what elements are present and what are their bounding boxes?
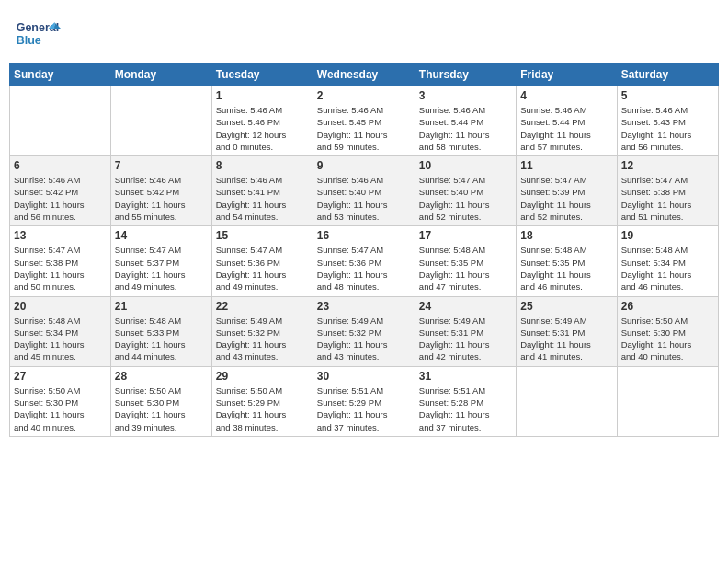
calendar-cell: 22Sunrise: 5:49 AM Sunset: 5:32 PM Dayli…: [211, 296, 313, 366]
page-header: General Blue: [9, 9, 719, 57]
calendar-cell: 14Sunrise: 5:47 AM Sunset: 5:37 PM Dayli…: [110, 226, 211, 296]
day-number: 28: [115, 370, 208, 383]
day-info: Sunrise: 5:51 AM Sunset: 5:28 PM Dayligh…: [419, 385, 512, 433]
weekday-header: Saturday: [617, 63, 718, 86]
day-info: Sunrise: 5:46 AM Sunset: 5:40 PM Dayligh…: [317, 174, 411, 223]
day-number: 26: [621, 300, 714, 313]
day-number: 5: [621, 89, 714, 102]
day-info: Sunrise: 5:47 AM Sunset: 5:36 PM Dayligh…: [317, 244, 411, 293]
weekday-header: Friday: [517, 63, 617, 86]
day-number: 11: [520, 159, 612, 172]
calendar-cell: 28Sunrise: 5:50 AM Sunset: 5:30 PM Dayli…: [110, 366, 211, 436]
day-number: 20: [14, 300, 107, 313]
calendar-cell: 23Sunrise: 5:49 AM Sunset: 5:32 PM Dayli…: [313, 296, 415, 366]
day-number: 27: [14, 370, 107, 383]
day-number: 10: [419, 159, 512, 172]
day-number: 29: [216, 370, 309, 383]
calendar-cell: 16Sunrise: 5:47 AM Sunset: 5:36 PM Dayli…: [313, 226, 415, 296]
day-info: Sunrise: 5:49 AM Sunset: 5:32 PM Dayligh…: [216, 315, 309, 363]
day-number: 1: [216, 89, 309, 102]
day-info: Sunrise: 5:46 AM Sunset: 5:44 PM Dayligh…: [419, 104, 512, 153]
day-number: 13: [14, 229, 107, 242]
day-info: Sunrise: 5:46 AM Sunset: 5:46 PM Dayligh…: [216, 104, 309, 153]
day-number: 2: [317, 89, 411, 102]
day-info: Sunrise: 5:46 AM Sunset: 5:42 PM Dayligh…: [115, 174, 208, 223]
day-info: Sunrise: 5:50 AM Sunset: 5:30 PM Dayligh…: [14, 385, 107, 433]
day-info: Sunrise: 5:51 AM Sunset: 5:29 PM Dayligh…: [317, 385, 411, 433]
day-number: 6: [14, 159, 107, 172]
calendar-cell: 19Sunrise: 5:48 AM Sunset: 5:34 PM Dayli…: [617, 226, 718, 296]
calendar-cell: [617, 366, 718, 436]
day-number: 16: [317, 229, 411, 242]
calendar-cell: 9Sunrise: 5:46 AM Sunset: 5:40 PM Daylig…: [313, 156, 415, 226]
calendar-week-row: 13Sunrise: 5:47 AM Sunset: 5:38 PM Dayli…: [10, 226, 719, 296]
day-info: Sunrise: 5:49 AM Sunset: 5:32 PM Dayligh…: [317, 315, 411, 363]
calendar-cell: 3Sunrise: 5:46 AM Sunset: 5:44 PM Daylig…: [415, 86, 516, 156]
logo-svg: General Blue: [15, 13, 61, 53]
day-number: 15: [216, 229, 309, 242]
calendar-cell: 4Sunrise: 5:46 AM Sunset: 5:44 PM Daylig…: [517, 86, 617, 156]
calendar-cell: 7Sunrise: 5:46 AM Sunset: 5:42 PM Daylig…: [110, 156, 211, 226]
calendar-cell: 12Sunrise: 5:47 AM Sunset: 5:38 PM Dayli…: [617, 156, 718, 226]
day-number: 3: [419, 89, 512, 102]
day-info: Sunrise: 5:48 AM Sunset: 5:35 PM Dayligh…: [520, 244, 612, 293]
svg-text:Blue: Blue: [17, 34, 41, 47]
day-number: 4: [520, 89, 612, 102]
day-number: 8: [216, 159, 309, 172]
day-info: Sunrise: 5:47 AM Sunset: 5:37 PM Dayligh…: [115, 244, 208, 293]
day-info: Sunrise: 5:47 AM Sunset: 5:38 PM Dayligh…: [14, 244, 107, 293]
logo: General Blue: [15, 13, 61, 53]
calendar-cell: 27Sunrise: 5:50 AM Sunset: 5:30 PM Dayli…: [10, 366, 111, 436]
calendar-cell: 10Sunrise: 5:47 AM Sunset: 5:40 PM Dayli…: [415, 156, 516, 226]
day-info: Sunrise: 5:47 AM Sunset: 5:38 PM Dayligh…: [621, 174, 714, 223]
day-info: Sunrise: 5:46 AM Sunset: 5:45 PM Dayligh…: [317, 104, 411, 153]
day-info: Sunrise: 5:50 AM Sunset: 5:30 PM Dayligh…: [621, 315, 714, 363]
calendar-cell: 15Sunrise: 5:47 AM Sunset: 5:36 PM Dayli…: [211, 226, 313, 296]
day-info: Sunrise: 5:46 AM Sunset: 5:42 PM Dayligh…: [14, 174, 107, 223]
day-info: Sunrise: 5:50 AM Sunset: 5:29 PM Dayligh…: [216, 385, 309, 433]
day-number: 22: [216, 300, 309, 313]
calendar-week-row: 20Sunrise: 5:48 AM Sunset: 5:34 PM Dayli…: [10, 296, 719, 366]
calendar-cell: 21Sunrise: 5:48 AM Sunset: 5:33 PM Dayli…: [110, 296, 211, 366]
weekday-header: Thursday: [415, 63, 516, 86]
day-number: 9: [317, 159, 411, 172]
calendar-week-row: 6Sunrise: 5:46 AM Sunset: 5:42 PM Daylig…: [10, 156, 719, 226]
day-info: Sunrise: 5:46 AM Sunset: 5:43 PM Dayligh…: [621, 104, 714, 153]
calendar-cell: 1Sunrise: 5:46 AM Sunset: 5:46 PM Daylig…: [211, 86, 313, 156]
calendar-week-row: 27Sunrise: 5:50 AM Sunset: 5:30 PM Dayli…: [10, 366, 719, 436]
day-info: Sunrise: 5:47 AM Sunset: 5:39 PM Dayligh…: [520, 174, 612, 223]
day-number: 19: [621, 229, 714, 242]
calendar-cell: 25Sunrise: 5:49 AM Sunset: 5:31 PM Dayli…: [517, 296, 617, 366]
calendar-cell: 2Sunrise: 5:46 AM Sunset: 5:45 PM Daylig…: [313, 86, 415, 156]
day-number: 23: [317, 300, 411, 313]
calendar-cell: 26Sunrise: 5:50 AM Sunset: 5:30 PM Dayli…: [617, 296, 718, 366]
day-info: Sunrise: 5:48 AM Sunset: 5:34 PM Dayligh…: [621, 244, 714, 293]
calendar-header-row: SundayMondayTuesdayWednesdayThursdayFrid…: [10, 63, 719, 86]
calendar-cell: 20Sunrise: 5:48 AM Sunset: 5:34 PM Dayli…: [10, 296, 111, 366]
calendar-table: SundayMondayTuesdayWednesdayThursdayFrid…: [9, 63, 719, 437]
calendar-cell: 31Sunrise: 5:51 AM Sunset: 5:28 PM Dayli…: [415, 366, 516, 436]
day-info: Sunrise: 5:47 AM Sunset: 5:36 PM Dayligh…: [216, 244, 309, 293]
day-number: 21: [115, 300, 208, 313]
weekday-header: Sunday: [10, 63, 111, 86]
day-number: 14: [115, 229, 208, 242]
day-info: Sunrise: 5:48 AM Sunset: 5:35 PM Dayligh…: [419, 244, 512, 293]
day-number: 30: [317, 370, 411, 383]
day-number: 24: [419, 300, 512, 313]
calendar-cell: 6Sunrise: 5:46 AM Sunset: 5:42 PM Daylig…: [10, 156, 111, 226]
calendar-cell: 11Sunrise: 5:47 AM Sunset: 5:39 PM Dayli…: [517, 156, 617, 226]
day-number: 17: [419, 229, 512, 242]
calendar-cell: 8Sunrise: 5:46 AM Sunset: 5:41 PM Daylig…: [211, 156, 313, 226]
day-number: 18: [520, 229, 612, 242]
day-info: Sunrise: 5:47 AM Sunset: 5:40 PM Dayligh…: [419, 174, 512, 223]
calendar-cell: [110, 86, 211, 156]
calendar-cell: 18Sunrise: 5:48 AM Sunset: 5:35 PM Dayli…: [517, 226, 617, 296]
calendar-cell: 13Sunrise: 5:47 AM Sunset: 5:38 PM Dayli…: [10, 226, 111, 296]
weekday-header: Monday: [110, 63, 211, 86]
calendar-cell: [10, 86, 111, 156]
day-info: Sunrise: 5:49 AM Sunset: 5:31 PM Dayligh…: [520, 315, 612, 363]
weekday-header: Tuesday: [211, 63, 313, 86]
day-number: 25: [520, 300, 612, 313]
calendar-cell: 30Sunrise: 5:51 AM Sunset: 5:29 PM Dayli…: [313, 366, 415, 436]
day-info: Sunrise: 5:46 AM Sunset: 5:44 PM Dayligh…: [520, 104, 612, 153]
